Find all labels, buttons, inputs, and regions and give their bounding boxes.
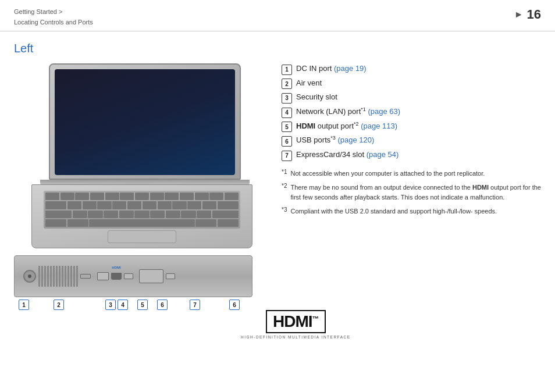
port-link-4[interactable]: (page 63) — [368, 107, 400, 116]
badge-1: 1 — [19, 300, 29, 310]
port-name-4: Network (LAN) port*1 (page 63) — [296, 106, 400, 117]
right-info-section: 1 DC IN port (page 19) 2 Air vent 3 Secu… — [282, 42, 541, 351]
left-illustration-section: Left — [14, 42, 270, 351]
port-list: 1 DC IN port (page 19) 2 Air vent 3 Secu… — [282, 63, 541, 160]
port-num-1: 1 — [282, 65, 292, 75]
page-number-area: ► 16 — [514, 7, 541, 22]
port-item-5: 5 HDMI output port*2 (page 113) — [282, 120, 541, 132]
badge-3: 3 — [105, 300, 116, 310]
expresscard-illustration — [139, 269, 163, 283]
port-link-7[interactable]: (page 54) — [367, 150, 399, 159]
port-link-1[interactable]: (page 19) — [334, 64, 367, 73]
badge-5: 5 — [137, 300, 148, 310]
port-item-4: 4 Network (LAN) port*1 (page 63) — [282, 106, 541, 117]
ports-inner: HDMI — [23, 261, 243, 292]
footnote-1: *1 Not accessible when your computer is … — [282, 169, 541, 179]
laptop-hinge — [40, 180, 250, 184]
breadcrumb: Getting Started > Locating Controls and … — [14, 7, 93, 27]
touchpad — [108, 230, 176, 243]
footnote-text-1: Not accessible when your computer is att… — [290, 169, 485, 179]
lan-port-illustration — [97, 272, 109, 280]
port-strip-area: HDMI 1 2 3 4 — [14, 255, 252, 316]
port-link-6[interactable]: (page 120) — [337, 136, 374, 145]
port-num-2: 2 — [282, 79, 292, 89]
main-content: Left — [0, 31, 555, 357]
badge-6a: 6 — [157, 300, 168, 310]
page-arrow-icon: ► — [514, 9, 524, 20]
page-number: 16 — [527, 7, 541, 22]
hdmi-port-illustration: HDMI — [111, 273, 122, 280]
badge-row: 1 2 3 4 5 6 7 6 — [14, 300, 252, 316]
badge-7: 7 — [190, 300, 200, 310]
port-name-7: ExpressCard/34 slot (page 54) — [296, 149, 399, 161]
port-name-5: HDMI output port*2 (page 113) — [296, 120, 397, 132]
port-num-5: 5 — [282, 122, 292, 132]
port-name-1: DC IN port (page 19) — [296, 63, 367, 74]
laptop-illustration: HDMI 1 2 3 4 — [14, 63, 247, 351]
port-item-7: 7 ExpressCard/34 slot (page 54) — [282, 149, 541, 161]
air-vent-illustration — [38, 265, 78, 287]
port-name-3: Security slot — [296, 91, 337, 103]
footnote-num-1: *1 — [282, 168, 287, 177]
footnote-num-3: *3 — [282, 205, 287, 215]
footnote-2: *2 There may be no sound from an output … — [282, 183, 541, 202]
port-item-3: 3 Security slot — [282, 91, 541, 103]
footnote-3: *3 Compliant with the USB 2.0 standard a… — [282, 206, 541, 216]
section-title: Left — [14, 42, 270, 55]
footnote-num-2: *2 — [282, 181, 287, 201]
page-header: Getting Started > Locating Controls and … — [0, 0, 555, 31]
footnote-text-2: There may be no sound from an output dev… — [290, 183, 541, 202]
footnotes: *1 Not accessible when your computer is … — [282, 169, 541, 216]
keyboard — [44, 191, 240, 229]
hdmi-logo-area: HDMI™ HIGH-DEFINITION MULTIMEDIA INTERFA… — [241, 310, 351, 339]
badge-2: 2 — [54, 300, 64, 310]
port-num-3: 3 — [282, 93, 292, 104]
port-name-6: USB ports*3 (page 120) — [296, 134, 374, 146]
laptop-base — [31, 184, 252, 248]
port-link-5[interactable]: (page 113) — [361, 122, 397, 130]
port-name-2: Air vent — [296, 77, 322, 89]
port-strip: HDMI — [14, 255, 252, 297]
laptop-screen-lid — [49, 63, 241, 180]
port-item-6: 6 USB ports*3 (page 120) — [282, 134, 541, 146]
port-item-2: 2 Air vent — [282, 77, 541, 89]
usb-port-2-illustration — [166, 273, 175, 279]
port-item-1: 1 DC IN port (page 19) — [282, 63, 541, 74]
usb-port-1-illustration — [124, 273, 133, 279]
port-num-4: 4 — [282, 108, 292, 118]
footnote-text-3: Compliant with the USB 2.0 standard and … — [290, 206, 497, 216]
laptop-display — [55, 69, 235, 175]
security-slot-illustration — [80, 274, 91, 279]
dc-in-port-illustration — [23, 270, 36, 283]
badge-4: 4 — [118, 300, 128, 310]
hdmi-logo-text: HDMI™ — [273, 312, 319, 330]
port-num-7: 7 — [282, 151, 292, 161]
hdmi-logo-box: HDMI™ — [266, 310, 326, 333]
hdmi-tagline: HIGH-DEFINITION MULTIMEDIA INTERFACE — [241, 335, 351, 339]
badge-6b: 6 — [229, 300, 240, 310]
port-num-6: 6 — [282, 136, 292, 147]
